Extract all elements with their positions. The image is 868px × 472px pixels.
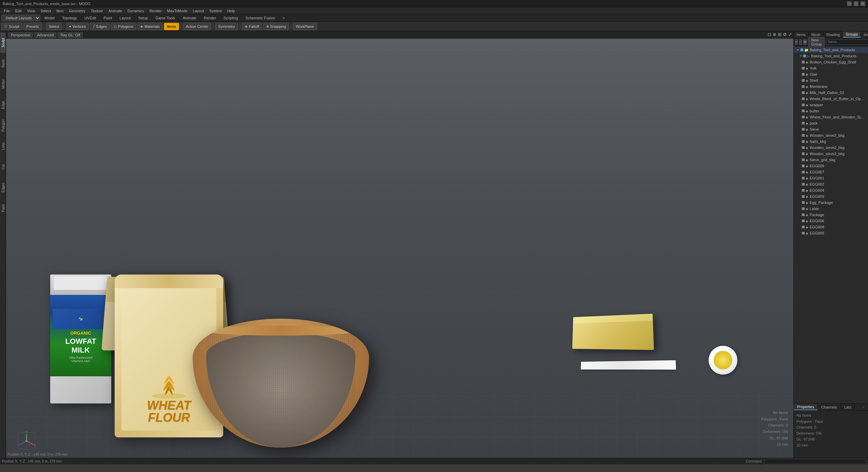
presets-button[interactable]: Presets <box>23 23 42 30</box>
list-item[interactable]: ◈ Lable <box>794 206 868 212</box>
list-item[interactable]: ◈ EGG005 <box>794 230 868 236</box>
panel-add-btn[interactable]: + <box>795 39 798 45</box>
tab-topology[interactable]: Topology <box>59 15 80 21</box>
list-item[interactable]: ◈ EGG009 <box>794 193 868 200</box>
list-item[interactable]: ◈ EGG006 <box>794 218 868 224</box>
menu-edit[interactable]: Edit <box>13 8 24 14</box>
materials-button[interactable]: ◈ Materials <box>137 23 163 30</box>
polygons-button[interactable]: ◻ Polygons <box>111 23 136 30</box>
list-item[interactable]: ▼ ▷ Baking_Tool_and_Products <box>794 53 868 59</box>
items-button[interactable]: Items <box>164 23 179 30</box>
list-item[interactable]: ◈ Milk_Half_Gallon_02 <box>794 90 868 96</box>
menu-render[interactable]: Render <box>147 8 164 14</box>
list-item[interactable]: ◈ EGG004 <box>794 187 868 193</box>
falloff-button[interactable]: ◈ Falloff <box>242 23 262 30</box>
tab-scripting[interactable]: Scripting <box>220 15 242 21</box>
tab-layout[interactable]: Layout <box>116 15 134 21</box>
list-item[interactable]: ◈ EGG001 <box>794 175 868 181</box>
list-item[interactable]: ◈ Whole_Block_of_Butter_in_Open_Fo... <box>794 96 868 102</box>
list-item[interactable]: ◈ pack <box>794 120 868 126</box>
menu-geometry[interactable]: Geometry <box>66 8 88 14</box>
list-item[interactable]: ◈ EGG009 <box>794 163 868 169</box>
left-tool-basic[interactable]: Basic <box>0 53 6 74</box>
viewport-perspective-btn[interactable]: Perspective <box>8 32 33 38</box>
menu-layout[interactable]: Layout <box>190 8 206 14</box>
left-tool-edges[interactable]: Edges <box>0 177 6 198</box>
list-item[interactable]: ◈ Nails_bkg <box>794 138 868 145</box>
vertices-button[interactable]: ● Vertices <box>66 23 89 30</box>
tab-render[interactable]: Render <box>200 15 219 21</box>
viewport-settings-icon[interactable]: ⚙ <box>783 32 787 37</box>
list-item[interactable]: ◈ Membrane <box>794 83 868 90</box>
list-item[interactable]: ◈ Wooden_sieve3_bkg <box>794 132 868 138</box>
rb-tab-channels[interactable]: Channels <box>818 404 841 410</box>
action-center-button[interactable]: Action Center <box>183 23 212 30</box>
sculpt-button[interactable]: ⬡ Sculpt <box>1 23 22 30</box>
scene-root-item[interactable]: ▼ 📁 Baking_Tool_and_Products ⋮ <box>794 47 868 53</box>
list-item[interactable]: ◈ Glair <box>794 71 868 77</box>
menu-help[interactable]: Help <box>225 8 237 14</box>
menu-dynamics[interactable]: Dynamics <box>125 8 146 14</box>
minimize-button[interactable]: ─ <box>847 1 852 6</box>
list-item[interactable]: ◈ EGG008 <box>794 224 868 230</box>
rb-expand-icon[interactable]: ⤢ <box>862 405 867 410</box>
close-button[interactable]: ✕ <box>861 1 865 6</box>
viewport-camera-icon[interactable]: ⊕ <box>773 32 776 37</box>
tab-setup[interactable]: Setup <box>135 15 151 21</box>
panel-settings-btn[interactable]: ⚙ <box>803 39 807 45</box>
right-tab-items[interactable]: Items <box>794 32 809 37</box>
right-tab-shading[interactable]: Shading <box>824 32 843 37</box>
symmetry-button[interactable]: Symmetry <box>215 23 238 30</box>
list-item[interactable]: ◈ Package <box>794 212 868 218</box>
tab-uvedit[interactable]: UVEdit <box>81 15 99 21</box>
menu-texture[interactable]: Texture <box>89 8 105 14</box>
left-tool-sculpt[interactable]: Sculpt <box>0 33 6 53</box>
workplane-button[interactable]: WorkPlane <box>293 23 317 30</box>
rb-tab-lats[interactable]: Lats <box>841 404 855 410</box>
viewport-grid-icon[interactable]: ⊞ <box>778 32 782 37</box>
layout-dropdown[interactable]: Default Layouts <box>1 15 40 21</box>
menu-select[interactable]: Select <box>38 8 53 14</box>
snapping-button[interactable]: ⊕ Snapping <box>263 23 289 30</box>
list-item[interactable]: ◈ Egg_Package <box>794 200 868 206</box>
right-tab-images[interactable]: Images <box>861 32 868 37</box>
menu-system[interactable]: System <box>207 8 224 14</box>
panel-remove-btn[interactable]: − <box>799 39 802 45</box>
menu-view[interactable]: View <box>25 8 38 14</box>
tab-add[interactable]: + <box>279 15 288 21</box>
list-item[interactable]: ◈ Wheat_Flour_and_Wooden_Sieve <box>794 114 868 120</box>
list-item[interactable]: ◈ Yolk <box>794 65 868 71</box>
left-tool-cut[interactable]: Cut <box>0 157 6 177</box>
rb-tab-properties[interactable]: Properties <box>794 404 818 410</box>
tab-schematic[interactable]: Schematic Fusion <box>242 15 278 21</box>
list-item[interactable]: ◈ butter <box>794 108 868 114</box>
viewport[interactable]: Perspective Advanced Ray GL: Off ⊡ ⊕ ⊞ ⚙… <box>6 31 793 458</box>
viewport-expand-icon[interactable]: ⤢ <box>788 32 792 37</box>
viewport-raygl-btn[interactable]: Ray GL: Off <box>58 32 83 38</box>
list-item[interactable]: ◈ wrapper <box>794 102 868 108</box>
left-tool-polygon[interactable]: Polygon <box>0 115 6 136</box>
list-item[interactable]: ◈ Sieve_grid_bkg <box>794 157 868 163</box>
right-tab-mesh[interactable]: Mesh <box>809 32 824 37</box>
list-item[interactable]: ◈ EGG007 <box>794 169 868 175</box>
viewport-maximize-icon[interactable]: ⊡ <box>768 32 771 37</box>
panel-search-input[interactable] <box>826 39 868 45</box>
menu-item[interactable]: Item <box>54 8 66 14</box>
menu-animate[interactable]: Animate <box>106 8 124 14</box>
corner-expand-icon[interactable]: ⋮ <box>861 48 865 52</box>
right-tab-groups[interactable]: Groups <box>843 32 861 38</box>
list-item[interactable]: ◈ EGG002 <box>794 181 868 187</box>
tab-model[interactable]: Model <box>41 15 58 21</box>
select-button[interactable]: Select <box>46 23 62 30</box>
list-item[interactable]: ◈ Shell <box>794 77 868 83</box>
left-tool-vertex[interactable]: Vertex <box>0 74 6 94</box>
list-item[interactable]: ◈ Wooden_sieve2_bkg <box>794 151 868 157</box>
left-tool-loop[interactable]: Loop <box>0 136 6 156</box>
list-item[interactable]: ◈ Broken_Chicken_Egg_Shell <box>794 59 868 65</box>
window-controls[interactable]: ─ □ ✕ <box>847 1 865 6</box>
tab-paint[interactable]: Paint <box>100 15 115 21</box>
menu-file[interactable]: File <box>1 8 12 14</box>
viewport-advanced-btn[interactable]: Advanced <box>34 32 56 38</box>
maximize-button[interactable]: □ <box>854 1 859 6</box>
new-group-button[interactable]: New Group <box>808 37 825 47</box>
